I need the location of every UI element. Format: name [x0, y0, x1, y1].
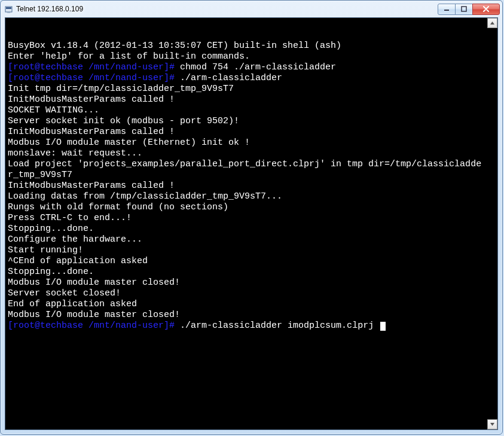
titlebar[interactable]: Telnet 192.168.0.109: [1, 1, 502, 17]
terminal-line: Stopping...done.: [8, 267, 487, 278]
terminal-text: ./arm-classicladder imodplcsum.clprj: [180, 321, 379, 331]
terminal-line: ^CEnd of application asked: [8, 256, 487, 267]
window-controls: [438, 4, 500, 15]
terminal-line: Modbus I/O module master closed!: [8, 310, 487, 321]
terminal-text: SOCKET WAITING...: [8, 105, 99, 115]
cursor: [380, 322, 386, 331]
terminal-text: [root@techbase: [8, 321, 88, 331]
terminal-line: Load project 'projects_examples/parallel…: [8, 159, 487, 181]
terminal-line: InitModbusMasterParams called !: [8, 94, 487, 105]
terminal-line: Modbus I/O module master (Ethernet) init…: [8, 138, 487, 148]
terminal-text: Loading datas from /tmp/classicladder_tm…: [8, 191, 282, 202]
terminal-text: InitModbusMasterParams called !: [8, 127, 175, 137]
minimize-button[interactable]: [438, 4, 456, 15]
terminal-line: Server socket init ok (modbus - port 950…: [8, 116, 487, 127]
terminal-line: BusyBox v1.18.4 (2012-01-13 10:35:07 CET…: [8, 41, 487, 51]
client-area: BusyBox v1.18.4 (2012-01-13 10:35:07 CET…: [5, 17, 498, 430]
terminal-text: ]#: [164, 73, 180, 83]
terminal-line: Stopping...done.: [8, 224, 487, 234]
terminal-text: /mnt/nand-user: [88, 73, 164, 83]
terminal-line: [root@techbase /mnt/nand-user]# ./arm-cl…: [8, 321, 487, 331]
close-button[interactable]: [472, 4, 500, 15]
terminal-text: Enter 'help' for a list of built-in comm…: [8, 51, 250, 62]
window-frame: Telnet 192.168.0.109 BusyBox v1.18.4 (20…: [0, 0, 503, 435]
terminal-text: Modbus I/O module master closed!: [8, 278, 180, 288]
terminal-text: Stopping...done.: [8, 267, 94, 277]
terminal-text: chmod 754 ./arm-classicladder: [180, 62, 336, 72]
scroll-track[interactable]: [487, 28, 497, 419]
terminal-line: Press CTRL-C to end...!: [8, 213, 487, 224]
terminal-line: Enter 'help' for a list of built-in comm…: [8, 51, 487, 62]
terminal-line: [8, 30, 487, 41]
terminal-text: Modbus I/O module master (Ethernet) init…: [8, 138, 250, 148]
terminal-line: monslave: wait request...: [8, 148, 487, 159]
terminal-text: Rungs with old format found (no sections…: [8, 202, 228, 212]
terminal-text: Start running!: [8, 245, 83, 255]
terminal-text: ./arm-classicladder: [180, 73, 282, 83]
terminal-output[interactable]: BusyBox v1.18.4 (2012-01-13 10:35:07 CET…: [5, 18, 487, 429]
terminal-text: ^CEnd of application asked: [8, 256, 148, 266]
terminal-line: Loading datas from /tmp/classicladder_tm…: [8, 191, 487, 202]
terminal-line: InitModbusMasterParams called !: [8, 127, 487, 138]
terminal-line: Configure the hardware...: [8, 234, 487, 245]
terminal-line: [8, 19, 487, 30]
terminal-text: Stopping...done.: [8, 224, 94, 234]
terminal-line: InitModbusMasterParams called !: [8, 181, 487, 191]
terminal-text: BusyBox v1.18.4 (2012-01-13 10:35:07 CET…: [8, 41, 341, 51]
terminal-text: [root@techbase: [8, 73, 88, 83]
app-icon: [4, 4, 14, 14]
window-title: Telnet 192.168.0.109: [16, 5, 438, 13]
svg-rect-3: [444, 10, 449, 11]
terminal-text: InitModbusMasterParams called !: [8, 181, 175, 191]
scroll-down-button[interactable]: [487, 419, 497, 429]
svg-rect-1: [6, 7, 11, 9]
terminal-text: Modbus I/O module master closed!: [8, 310, 180, 320]
svg-rect-4: [462, 7, 466, 11]
maximize-button[interactable]: [455, 4, 473, 15]
scroll-up-button[interactable]: [487, 18, 497, 28]
terminal-text: /mnt/nand-user: [88, 62, 164, 72]
terminal-text: ]#: [164, 62, 180, 72]
terminal-line: Server socket closed!: [8, 288, 487, 299]
svg-rect-2: [7, 12, 10, 13]
terminal-text: monslave: wait request...: [8, 148, 142, 158]
terminal-line: Modbus I/O module master closed!: [8, 278, 487, 288]
terminal-text: ]#: [164, 321, 180, 331]
terminal-text: Configure the hardware...: [8, 234, 142, 245]
terminal-text: InitModbusMasterParams called !: [8, 94, 175, 105]
terminal-text: [root@techbase: [8, 62, 88, 72]
terminal-line: End of application asked: [8, 299, 487, 310]
terminal-line: Start running!: [8, 245, 487, 256]
terminal-text: End of application asked: [8, 299, 137, 309]
terminal-line: Init tmp dir=/tmp/classicladder_tmp_9V9s…: [8, 84, 487, 94]
terminal-text: Init tmp dir=/tmp/classicladder_tmp_9V9s…: [8, 84, 234, 94]
terminal-text: Server socket init ok (modbus - port 950…: [8, 116, 239, 126]
terminal-text: /mnt/nand-user: [88, 321, 164, 331]
terminal-line: [root@techbase /mnt/nand-user]# chmod 75…: [8, 62, 487, 73]
vertical-scrollbar[interactable]: [487, 18, 497, 429]
terminal-text: Server socket closed!: [8, 288, 121, 298]
terminal-line: SOCKET WAITING...: [8, 105, 487, 116]
terminal-line: [root@techbase /mnt/nand-user]# ./arm-cl…: [8, 73, 487, 84]
terminal-text: Load project 'projects_examples/parallel…: [8, 159, 481, 180]
terminal-text: Press CTRL-C to end...!: [8, 213, 132, 223]
terminal-line: Rungs with old format found (no sections…: [8, 202, 487, 213]
